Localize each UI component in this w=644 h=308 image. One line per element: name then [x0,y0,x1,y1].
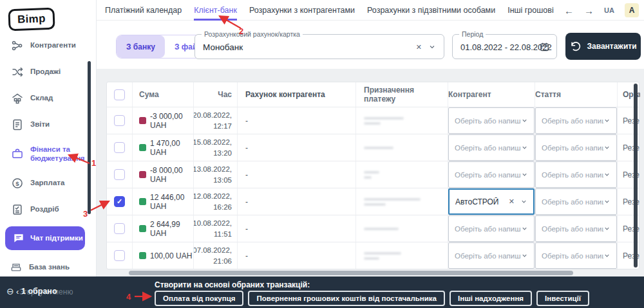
select-placeholder: Оберіть або напишіть [455,144,521,152]
sidebar-item-label: Фінанси та бюджетування [30,145,90,163]
create-doc-button-2[interactable]: Повернення грошових коштів від постачаль… [248,291,445,306]
contragent-select[interactable]: Оберіть або напишіть [448,242,535,269]
sidebar-item-knowledge-base[interactable]: База знань [0,256,97,278]
row-checkbox[interactable]: ✓ [114,196,125,207]
chevron-down-icon[interactable] [520,198,527,205]
table-header: СумаЧасРахунок контрагентаПризначення пл… [107,82,639,107]
select-all-checkbox[interactable] [114,89,125,100]
contragent-select[interactable]: Оберіть або напишіть [448,107,535,134]
amount-value: -8 000,00 UAH [150,166,193,184]
clear-icon[interactable]: ✕ [509,197,515,206]
avatar[interactable]: A [625,3,639,17]
redacted-text [364,198,421,201]
article-select[interactable]: Оберіть або напишіть [535,242,617,269]
tab-bar: Платіжний календарКлієнт-банкРозрахунки … [105,0,556,21]
tabs-scroll-left-icon[interactable]: ← [564,6,574,15]
contragent-select[interactable]: Оберіть або напишіть [448,134,535,161]
row-checkbox[interactable] [114,223,125,234]
datetime-value: 10.08.2022, 11:51 [194,218,232,239]
amount-value: 2 644,99 UAH [150,220,193,238]
row-checkbox[interactable] [114,169,125,180]
sidebar-item-label: Продажі [30,67,90,76]
article-select[interactable]: Оберіть або напишіть [535,107,617,134]
chevron-down-icon[interactable] [603,225,611,232]
tab-3[interactable]: Розрахунки з контрагентами [249,0,355,21]
column-header: Призначення платежу [356,82,448,107]
sidebar-item-retail[interactable]: Роздріб [0,196,97,222]
language-selector[interactable]: UA [604,6,614,14]
briefcase-icon [11,147,24,160]
tab-2[interactable]: Клієнт-банк [194,0,237,21]
article-select[interactable]: Оберіть або напишіть [535,134,617,161]
chevron-down-icon[interactable] [521,171,528,178]
knowledge-base-label: База знань [29,262,88,271]
positive-amount-marker [139,198,146,205]
sidebar-item-org[interactable]: Контрагенти [0,32,97,59]
sidebar-item-shuffle[interactable]: Продажі [0,59,97,85]
contragent-select[interactable]: Оберіть або напишіть [448,161,535,188]
period-field[interactable]: Період 01.08.2022 - 22.08.2022 [452,34,557,59]
contragent-select[interactable]: АвтоСТРОЙ✕ [448,188,535,215]
select-placeholder: Оберіть або напишіть [542,117,603,125]
table-horizontal-scrollbar[interactable] [129,271,573,275]
sidebar-item-salary[interactable]: $Зарплата [0,170,97,196]
source-bank-button[interactable]: З банку [117,35,165,58]
sidebar-item-report[interactable]: Звіти [0,111,97,138]
account-value: - [238,242,356,269]
clear-icon[interactable]: ✕ [416,42,422,51]
create-doc-button-3[interactable]: Інші надходження [450,291,532,306]
account-select[interactable]: Розрахунковий рахунок/картка Монобанк ✕ [194,34,444,59]
article-select[interactable]: Оберіть або напишіть [535,215,617,242]
chevron-down-icon[interactable] [428,43,436,51]
row-checkbox[interactable] [114,142,125,153]
article-select[interactable]: Оберіть або напишіть [535,161,617,188]
tab-5[interactable]: Інші грошові операції [507,0,556,21]
tabs-scroll-right-icon[interactable]: → [584,6,594,15]
contragent-select[interactable]: Оберіть або напишіть [448,215,535,242]
datetime-value: 07.08.2022, 21:06 [194,245,232,266]
calendar-icon[interactable] [539,41,550,52]
select-placeholder: Оберіть або напишіть [455,252,521,260]
chevron-down-icon[interactable] [521,144,528,151]
chevron-down-icon[interactable] [603,117,611,124]
chevron-down-icon[interactable] [521,117,528,124]
datetime-value: 20.08.2022, 12:17 [194,110,232,131]
tab-4[interactable]: Розрахунки з підзвітними особами [367,0,495,21]
chevron-down-icon[interactable] [603,171,611,178]
row-checkbox[interactable] [114,250,125,261]
selection-chevron-icon: ‹ [16,287,19,296]
table-row: 1 470,00 UAH15.08.2022, 13:20-Оберіть аб… [107,134,639,161]
chevron-down-icon[interactable] [521,225,528,232]
chevron-down-icon[interactable] [603,198,611,205]
amount-value: 1 470,00 UAH [150,139,193,157]
load-button-label: Завантажити [587,42,636,51]
chevron-down-icon[interactable] [603,252,611,259]
datetime-value: 15.08.2022, 13:20 [194,137,232,158]
amount-value: 12 446,00 UAH [150,193,193,211]
sidebar-scrollbar[interactable] [88,61,91,214]
chevron-down-icon[interactable] [603,144,611,151]
load-button[interactable]: Завантажити [565,33,641,60]
row-checkbox[interactable] [114,115,125,126]
tab-1[interactable]: Платіжний календар [105,0,182,21]
amount-value: 100,00 UAH [150,251,192,260]
table-vertical-scrollbar[interactable] [634,84,638,267]
account-select-value: Монобанк [203,42,243,51]
select-placeholder: Оберіть або напишіть [542,144,603,152]
collapse-menu-icon[interactable]: ⊖ [6,286,14,296]
support-chat-button[interactable]: Чат підтримки [5,226,85,250]
create-doc-button-4[interactable]: Інвестиції [536,291,589,306]
table-row: -3 000,00 UAH20.08.2022, 12:17-Оберіть а… [107,107,639,134]
column-header: Контрагент [448,82,535,107]
redacted-text [364,203,386,206]
article-select[interactable]: Оберіть або напишіть [535,188,617,215]
chevron-down-icon[interactable] [521,252,528,259]
create-doc-button-1[interactable]: Оплата від покупця [155,291,243,306]
app-logo: Bimp [8,8,55,31]
datetime-value: 12.08.2022, 16:26 [194,191,232,212]
sidebar-item-warehouse[interactable]: Склад [0,85,97,111]
account-value: - [238,107,356,134]
sidebar-item-briefcase[interactable]: Фінанси та бюджетування [0,138,97,170]
table-body: -3 000,00 UAH20.08.2022, 12:17-Оберіть а… [107,107,639,269]
column-header: Рахунок контрагента [238,82,356,107]
